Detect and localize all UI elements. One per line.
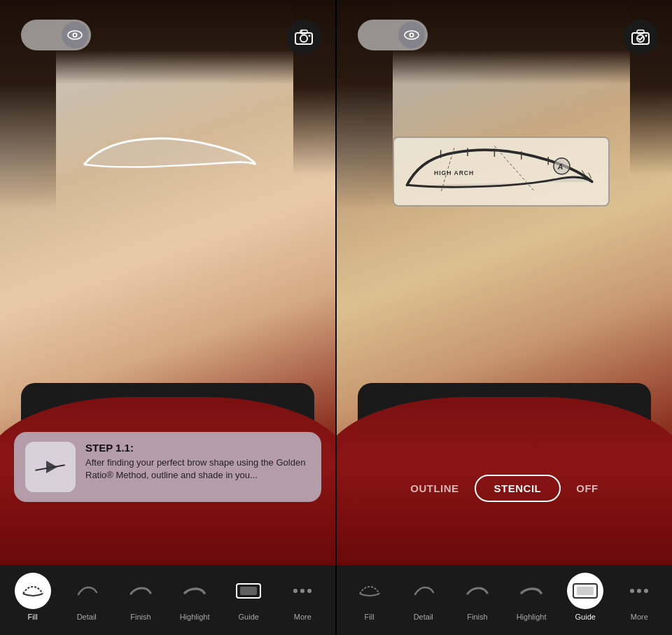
more-dots-right	[630, 589, 648, 593]
fill-label-left: Fill	[28, 613, 38, 621]
tool-guide-left[interactable]: Guide	[229, 573, 268, 621]
eye-icon-left	[67, 30, 83, 40]
highlight-icon-wrap-right	[513, 573, 550, 609]
highlight-label-right: Highlight	[517, 613, 547, 621]
toggle-pill-left[interactable]	[21, 20, 91, 50]
brow-outline-svg	[70, 126, 266, 182]
detail-label-right: Detail	[414, 613, 433, 621]
toggle-thumb-right	[398, 22, 425, 48]
stencil-overlay: HIGH ARCH A	[393, 137, 610, 207]
svg-point-4	[300, 35, 307, 42]
detail-icon-wrap-left	[69, 573, 105, 609]
detail-icon-wrap-right	[405, 573, 442, 609]
guide-icon-wrap-left	[230, 573, 267, 609]
detail-brow-icon-right	[412, 584, 435, 598]
stencil-svg: HIGH ARCH A	[394, 138, 608, 205]
more-label-left: More	[294, 613, 312, 621]
more-label-right: More	[631, 613, 648, 621]
tool-detail-left[interactable]: Detail	[67, 573, 106, 621]
more-dots-left	[293, 589, 312, 593]
brow-outline-overlay	[70, 126, 266, 182]
eye-icon-right	[404, 30, 419, 40]
tool-finish-right[interactable]: Finish	[458, 573, 497, 621]
stencil-inner: HIGH ARCH A	[394, 138, 608, 205]
guide-icon-inner-right	[577, 587, 594, 595]
fill-label-right: Fill	[365, 613, 374, 621]
dot3-left	[307, 589, 312, 593]
guide-icon-wrap-right	[567, 573, 603, 609]
guide-label-right: Guide	[575, 613, 596, 621]
camera-button-left[interactable]	[286, 20, 321, 55]
dot2-right	[637, 589, 641, 593]
more-icon-wrap-left	[284, 573, 321, 609]
highlight-brow-icon-right	[520, 584, 542, 598]
fill-icon-wrap-left	[15, 573, 51, 609]
view-toggle: OUTLINE STENCIL OFF	[337, 475, 672, 502]
tool-guide-right[interactable]: Guide	[566, 573, 605, 621]
dot3-right	[644, 589, 648, 593]
fill-brow-icon-left	[22, 584, 44, 598]
view-option-off[interactable]: OFF	[561, 475, 614, 501]
step-content: STEP 1.1: After finding your perfect bro…	[85, 442, 310, 482]
more-icon-wrap-right	[621, 573, 657, 609]
tool-finish-left[interactable]: Finish	[121, 573, 160, 621]
ar-toggle-left[interactable]	[21, 20, 91, 50]
tool-more-left[interactable]: More	[283, 573, 322, 621]
toolbar-right: Fill Detail Finish	[337, 565, 672, 635]
svg-point-15	[645, 35, 648, 37]
tool-detail-right[interactable]: Detail	[404, 573, 443, 621]
toolbar-left: Fill Detail Finish	[0, 565, 335, 635]
guide-label-left: Guide	[239, 613, 259, 621]
left-camera-view: STEP 1.1: After finding your perfect bro…	[0, 0, 335, 565]
camera-button-right[interactable]	[623, 20, 658, 55]
toggle-pill-right[interactable]	[358, 20, 428, 50]
dot1-right	[630, 589, 634, 593]
ar-toggle-right[interactable]	[358, 20, 428, 50]
right-camera-view: HIGH ARCH A OUTLINE STENCIL OFF	[337, 0, 672, 565]
tool-highlight-right[interactable]: Highlight	[512, 573, 551, 621]
svg-point-2	[74, 34, 76, 36]
detail-label-left: Detail	[77, 613, 97, 621]
step-description: After finding your perfect brow shape us…	[85, 456, 310, 482]
camera-icon-left	[294, 29, 314, 46]
svg-line-27	[589, 173, 592, 179]
view-option-outline[interactable]: OUTLINE	[395, 475, 474, 501]
toggle-thumb-left	[62, 22, 88, 48]
view-option-stencil[interactable]: STENCIL	[475, 475, 561, 502]
detail-brow-icon-left	[76, 584, 98, 598]
svg-text:HIGH ARCH: HIGH ARCH	[434, 169, 474, 176]
svg-point-6	[309, 35, 311, 37]
dot2-left	[300, 589, 304, 593]
dot1-left	[293, 589, 298, 593]
tool-fill-right[interactable]: Fill	[350, 573, 389, 621]
highlight-label-left: Highlight	[180, 613, 210, 621]
tool-highlight-left[interactable]: Highlight	[175, 573, 214, 621]
fill-icon-wrap-right	[351, 573, 388, 609]
camera-icon-right	[631, 29, 650, 46]
right-panel: HIGH ARCH A OUTLINE STENCIL OFF	[337, 0, 672, 635]
svg-text:A: A	[557, 162, 564, 171]
guide-icon-inner-left	[240, 587, 257, 595]
guide-icon-right	[573, 583, 598, 599]
finish-icon-wrap-right	[459, 573, 496, 609]
highlight-icon-wrap-left	[176, 573, 213, 609]
tool-more-right[interactable]: More	[620, 573, 659, 621]
step-card: STEP 1.1: After finding your perfect bro…	[14, 432, 321, 502]
svg-rect-14	[637, 30, 644, 34]
finish-icon-wrap-left	[122, 573, 159, 609]
step-title: STEP 1.1:	[85, 442, 310, 454]
tool-fill-left[interactable]: Fill	[13, 573, 52, 621]
finish-label-left: Finish	[130, 613, 150, 621]
svg-point-11	[411, 34, 413, 36]
finish-brow-icon-right	[466, 584, 489, 598]
fill-brow-icon-right	[358, 584, 381, 598]
finish-brow-icon-left	[130, 584, 152, 598]
highlight-brow-icon-left	[183, 584, 206, 598]
step-thumbnail[interactable]	[25, 442, 76, 492]
left-panel: STEP 1.1: After finding your perfect bro…	[0, 0, 335, 635]
finish-label-right: Finish	[467, 613, 487, 621]
guide-icon-left	[236, 583, 261, 599]
